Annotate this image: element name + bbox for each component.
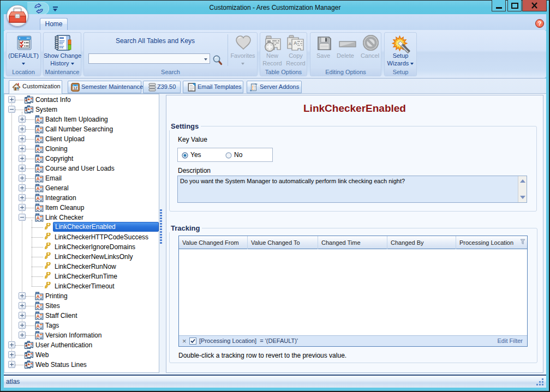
- svg-text:A: A: [289, 41, 292, 46]
- svg-text:12: 12: [73, 86, 77, 90]
- svg-text:A: A: [294, 40, 297, 46]
